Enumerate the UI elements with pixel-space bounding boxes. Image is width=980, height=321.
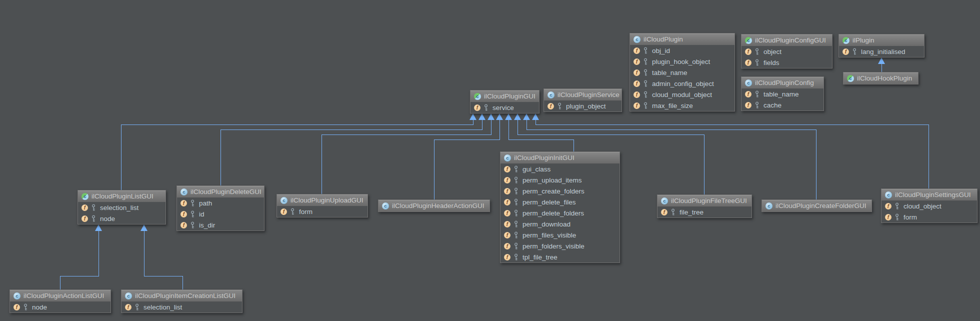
class-box-ilPlugin[interactable]: cilPluginflang_initialised: [838, 34, 924, 58]
class-box-ilCloudPluginItemCreationListGUI[interactable]: cilCloudPluginItemCreationListGUIfselect…: [121, 290, 242, 313]
field-row-plugin_hook_object[interactable]: fplugin_hook_object: [630, 56, 734, 67]
field-row-perm_upload_items[interactable]: fperm_upload_items: [500, 174, 620, 186]
class-box-ilCloudPluginActionListGUI[interactable]: cilCloudPluginActionListGUIfnode: [10, 290, 111, 313]
class-header-ilCloudPluginFileTreeGUI[interactable]: cilCloudPluginFileTreeGUI: [658, 195, 752, 206]
class-header-ilCloudHookPlugin[interactable]: cilCloudHookPlugin: [844, 72, 918, 84]
class-blue-icon: c: [634, 36, 640, 43]
inheritance-arrowhead: [140, 224, 148, 231]
class-header-ilCloudPluginActionListGUI[interactable]: cilCloudPluginActionListGUI: [10, 290, 110, 302]
field-row-is_dir[interactable]: fis_dir: [177, 220, 264, 230]
class-box-ilCloudPluginConfigGUI[interactable]: cilCloudPluginConfigGUIfobjectffields: [741, 34, 832, 68]
class-header-ilCloudPluginDeleteGUI[interactable]: cilCloudPluginDeleteGUI: [177, 186, 264, 198]
field-name: perm_files_visible: [522, 232, 576, 239]
field-row-cloud_modul_object[interactable]: fcloud_modul_object: [630, 89, 734, 100]
class-box-ilCloudPluginInitGUI[interactable]: cilCloudPluginInitGUIfgui_classfperm_upl…: [500, 152, 620, 263]
class-header-ilPlugin[interactable]: cilPlugin: [839, 34, 924, 46]
key-icon: [514, 232, 518, 239]
edge-ilCloudPluginHeaderActionGUI-extends-ilCloudPluginGUI: [434, 114, 503, 200]
key-icon: [514, 176, 518, 184]
class-header-ilCloudPluginGUI[interactable]: cilCloudPluginGUI: [470, 90, 539, 102]
class-header-ilCloudPluginListGUI[interactable]: cilCloudPluginListGUI: [78, 190, 166, 202]
field-row-perm_folders_visible[interactable]: fperm_folders_visible: [500, 240, 620, 252]
field-name: service: [492, 104, 514, 112]
field-row-node[interactable]: fnode: [78, 213, 166, 224]
class-box-ilCloudPluginGUI[interactable]: cilCloudPluginGUIfservice: [470, 90, 540, 114]
class-box-ilCloudPluginService[interactable]: cilCloudPluginServicefplugin_object: [544, 88, 622, 112]
inheritance-arrowhead: [532, 114, 539, 120]
field-row-cloud_object[interactable]: fcloud_object: [882, 200, 977, 212]
class-blue-icon: c: [504, 154, 511, 162]
class-header-ilCloudPluginInitGUI[interactable]: cilCloudPluginInitGUI: [500, 152, 620, 164]
field-name: form: [904, 214, 917, 221]
field-name: perm_upload_items: [522, 176, 582, 184]
field-row-plugin_object[interactable]: fplugin_object: [544, 100, 622, 112]
field-row-perm_delete_folders[interactable]: fperm_delete_folders: [500, 208, 620, 218]
field-row-object[interactable]: fobject: [742, 46, 832, 57]
field-row-obj_id[interactable]: fobj_id: [630, 45, 734, 56]
field-name: selection_list: [144, 304, 182, 311]
class-header-ilCloudPluginService[interactable]: cilCloudPluginService: [544, 89, 622, 100]
field-row-perm_create_folders[interactable]: fperm_create_folders: [500, 186, 620, 196]
field-row-fields[interactable]: ffields: [742, 57, 832, 68]
field-name: perm_delete_files: [522, 198, 576, 206]
field-row-perm_delete_files[interactable]: fperm_delete_files: [500, 196, 620, 208]
field-icon: f: [180, 211, 187, 218]
key-icon: [514, 198, 518, 206]
class-box-ilCloudPluginDeleteGUI[interactable]: cilCloudPluginDeleteGUIfpathfidfis_dir: [176, 186, 264, 231]
class-box-ilCloudPluginCreateFolderGUI[interactable]: cilCloudPluginCreateFolderGUI: [762, 200, 872, 212]
field-icon: f: [745, 102, 752, 108]
field-row-max_file_size[interactable]: fmax_file_size: [630, 100, 734, 111]
field-row-path[interactable]: fpath: [177, 198, 264, 208]
field-icon: f: [745, 91, 752, 98]
class-box-ilCloudPluginConfig[interactable]: cilCloudPluginConfigftable_namefcache: [741, 76, 824, 111]
inheritance-arrowhead: [470, 114, 476, 120]
field-row-perm_files_visible[interactable]: fperm_files_visible: [500, 230, 620, 240]
class-box-ilCloudPlugin[interactable]: cilCloudPluginfobj_idfplugin_hook_object…: [630, 33, 735, 112]
class-title: ilCloudPluginItemCreationListGUI: [135, 292, 236, 300]
key-icon: [643, 47, 648, 54]
key-icon: [484, 104, 488, 112]
field-row-file_tree[interactable]: ffile_tree: [658, 206, 752, 218]
class-header-ilCloudPluginConfigGUI[interactable]: cilCloudPluginConfigGUI: [742, 34, 832, 46]
field-row-perm_download[interactable]: fperm_download: [500, 218, 620, 230]
class-header-ilCloudPluginHeaderActionGUI[interactable]: cilCloudPluginHeaderActionGUI: [378, 200, 490, 212]
field-row-gui_class[interactable]: fgui_class: [500, 164, 620, 174]
class-box-ilCloudPluginUploadGUI[interactable]: cilCloudPluginUploadGUIfform: [276, 194, 368, 218]
key-icon: [643, 80, 648, 88]
field-row-lang_initialised[interactable]: flang_initialised: [839, 46, 924, 57]
class-box-ilCloudPluginListGUI[interactable]: cilCloudPluginListGUIfselection_listfnod…: [78, 190, 166, 224]
field-name: table_name: [764, 90, 799, 98]
inheritance-arrowhead: [514, 114, 521, 120]
class-box-ilCloudHookPlugin[interactable]: cilCloudHookPlugin: [843, 72, 918, 84]
field-icon: f: [504, 254, 510, 260]
class-header-ilCloudPlugin[interactable]: cilCloudPlugin: [630, 34, 734, 45]
class-header-ilCloudPluginUploadGUI[interactable]: cilCloudPluginUploadGUI: [277, 194, 368, 206]
field-name: lang_initialised: [861, 48, 906, 56]
field-row-selection_list[interactable]: fselection_list: [122, 302, 242, 312]
field-row-form[interactable]: fform: [277, 206, 368, 217]
field-icon: f: [634, 48, 640, 54]
inheritance-arrowhead: [488, 114, 494, 120]
field-row-cache[interactable]: fcache: [742, 100, 824, 110]
class-header-ilCloudPluginSettingsGUI[interactable]: cilCloudPluginSettingsGUI: [882, 189, 977, 200]
field-row-form[interactable]: fform: [882, 212, 977, 222]
class-header-ilCloudPluginConfig[interactable]: cilCloudPluginConfig: [742, 77, 824, 88]
field-name: cloud_object: [904, 202, 942, 210]
inheritance-arrowhead: [878, 58, 885, 64]
field-row-admin_config_object[interactable]: fadmin_config_object: [630, 78, 734, 89]
edge-ilCloudHookPlugin-extends-ilPlugin: [878, 58, 885, 72]
field-row-service[interactable]: fservice: [470, 102, 539, 113]
class-header-ilCloudPluginItemCreationListGUI[interactable]: cilCloudPluginItemCreationListGUI: [122, 290, 242, 302]
field-row-tpl_file_tree[interactable]: ftpl_file_tree: [500, 252, 620, 262]
key-icon: [643, 58, 648, 66]
field-icon: f: [82, 216, 88, 222]
class-box-ilCloudPluginFileTreeGUI[interactable]: cilCloudPluginFileTreeGUIffile_tree: [657, 194, 752, 218]
field-row-node[interactable]: fnode: [10, 302, 110, 312]
class-box-ilCloudPluginSettingsGUI[interactable]: cilCloudPluginSettingsGUIfcloud_objectff…: [881, 188, 978, 223]
field-row-id[interactable]: fid: [177, 208, 264, 220]
field-row-table_name[interactable]: ftable_name: [630, 67, 734, 78]
class-header-ilCloudPluginCreateFolderGUI[interactable]: cilCloudPluginCreateFolderGUI: [762, 200, 872, 212]
class-box-ilCloudPluginHeaderActionGUI[interactable]: cilCloudPluginHeaderActionGUI: [378, 200, 490, 212]
field-row-table_name[interactable]: ftable_name: [742, 88, 824, 100]
field-row-selection_list[interactable]: fselection_list: [78, 202, 166, 213]
